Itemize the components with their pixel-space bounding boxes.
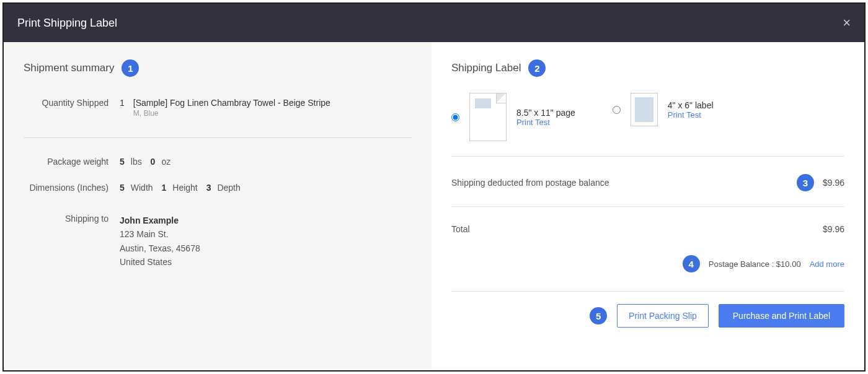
total-label: Total [451, 224, 470, 234]
callout-badge-4: 4 [683, 255, 700, 272]
callout-badge-1: 1 [122, 59, 139, 77]
shipping-deducted-row: Shipping deducted from postage balance 3… [451, 169, 844, 206]
shipment-summary-heading: Shipment summary 1 [24, 59, 412, 77]
callout-badge-3: 3 [797, 174, 814, 191]
weight-oz-unit: oz [161, 157, 170, 167]
divider [24, 137, 412, 138]
weight-lbs: 5 [120, 157, 125, 167]
divider [451, 291, 844, 292]
shipping-label-title: Shipping Label [451, 62, 521, 74]
label-format-options: 8.5" x 11" page Print Test 4" x 6" label… [451, 93, 844, 141]
quantity-shipped-label: Quantity Shipped [24, 98, 120, 108]
dim-width-val: 5 [120, 183, 125, 193]
dim-height-val: 1 [161, 183, 166, 193]
label-thumb-icon [631, 93, 658, 126]
item-variant: M, Blue [133, 109, 330, 118]
callout-badge-2: 2 [528, 59, 546, 77]
page-thumb-icon [469, 93, 507, 141]
postage-balance-text: Postage Balance : $10.00 [709, 259, 801, 269]
modal-header: Print Shipping Label × [4, 4, 864, 42]
divider [451, 206, 844, 207]
total-row: Total $9.96 [451, 219, 844, 249]
dim-depth-val: 3 [206, 183, 211, 193]
shipping-deducted-amount: $9.96 [823, 178, 844, 188]
shipment-summary-title: Shipment summary [24, 62, 114, 74]
print-test-4x6-link[interactable]: Print Test [668, 110, 714, 120]
print-packing-slip-button[interactable]: Print Packing Slip [617, 304, 709, 328]
print-test-page-link[interactable]: Print Test [516, 118, 575, 127]
dim-height-label: Height [172, 183, 197, 193]
dim-width-label: Width [131, 183, 153, 193]
print-shipping-label-modal: Print Shipping Label × Shipment summary … [2, 2, 866, 372]
divider [451, 156, 844, 157]
shipping-to-row: Shipping to John Example 123 Main St. Au… [24, 198, 412, 274]
address-country: United States [120, 255, 200, 269]
address-name: John Example [120, 214, 200, 227]
radio-page-format[interactable] [451, 113, 459, 121]
shipping-to-label: Shipping to [24, 214, 120, 224]
shipping-label-heading: Shipping Label 2 [451, 59, 844, 77]
item-qty: 1 [120, 98, 125, 108]
label-option-page: 8.5" x 11" page Print Test [451, 93, 575, 141]
callout-badge-5: 5 [590, 307, 607, 324]
modal-body: Shipment summary 1 Quantity Shipped 1 [S… [4, 42, 864, 370]
dimensions-row: Dimensions (Inches) 5Width 1Height 3Dept… [24, 172, 412, 198]
close-icon[interactable]: × [843, 15, 851, 31]
quantity-shipped-row: Quantity Shipped 1 [Sample] Fog Linen Ch… [24, 93, 412, 124]
opt-page-title: 8.5" x 11" page [516, 108, 575, 118]
weight-lbs-unit: lbs [131, 157, 142, 167]
shipping-deducted-label: Shipping deducted from postage balance [451, 178, 609, 188]
item-name: [Sample] Fog Linen Chambray Towel - Beig… [133, 98, 330, 108]
dimensions-label: Dimensions (Inches) [24, 183, 120, 193]
add-more-link[interactable]: Add more [810, 259, 844, 269]
modal-title: Print Shipping Label [17, 17, 117, 30]
shipping-label-panel: Shipping Label 2 8.5" x 11" page Print T… [432, 42, 864, 370]
opt-4x6-title: 4" x 6" label [668, 100, 714, 110]
package-weight-row: Package weight 5lbs 0oz [24, 152, 412, 172]
weight-oz: 0 [151, 157, 156, 167]
address-line1: 123 Main St. [120, 227, 200, 241]
total-amount: $9.96 [823, 224, 844, 234]
address-line2: Austin, Texas, 45678 [120, 241, 200, 255]
actions-row: 5 Print Packing Slip Purchase and Print … [451, 304, 844, 328]
postage-balance-row: 4 Postage Balance : $10.00 Add more [451, 249, 844, 291]
shipment-summary-panel: Shipment summary 1 Quantity Shipped 1 [S… [4, 42, 432, 370]
purchase-print-label-button[interactable]: Purchase and Print Label [719, 304, 844, 328]
label-option-4x6: 4" x 6" label Print Test [613, 93, 714, 126]
dim-depth-label: Depth [217, 183, 240, 193]
package-weight-label: Package weight [24, 157, 120, 167]
radio-4x6-format[interactable] [613, 106, 621, 114]
